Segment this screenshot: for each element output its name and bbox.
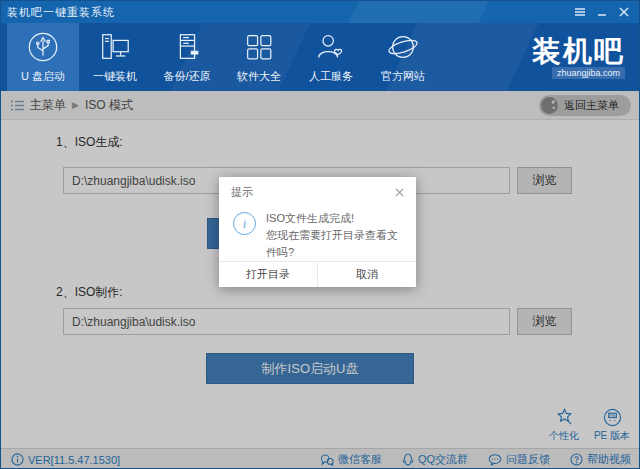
brand-logo: 装机吧 zhuangjiba.com	[532, 23, 640, 91]
nav-item-support[interactable]: 人工服务	[295, 23, 367, 91]
person-service-icon	[314, 30, 348, 64]
prompt-dialog: 提示 i ISO文件生成完成! 您现在需要打开目录查看文件吗? 打开目录 取消	[219, 177, 416, 287]
dialog-footer: 打开目录 取消	[219, 261, 416, 287]
cancel-button[interactable]: 取消	[318, 262, 416, 287]
dialog-header: 提示	[219, 177, 416, 202]
app-window: 装机吧一键重装系统 U 盘启动	[0, 0, 640, 469]
minimize-icon[interactable]	[591, 3, 613, 21]
main-nav: U 盘启动 一键装机 备份/还原	[1, 23, 640, 91]
brand-logo-domain: zhuangjiba.com	[552, 67, 625, 79]
dialog-message-line2: 您现在需要打开目录查看文件吗?	[266, 229, 398, 258]
backup-restore-icon	[170, 30, 204, 64]
apps-grid-icon	[242, 30, 276, 64]
computer-icon	[98, 30, 132, 64]
close-icon[interactable]	[613, 3, 635, 21]
open-directory-button[interactable]: 打开目录	[219, 262, 318, 287]
nav-item-website[interactable]: 官方网站	[367, 23, 439, 91]
nav-item-software[interactable]: 软件大全	[223, 23, 295, 91]
nav-item-usb-boot[interactable]: U 盘启动	[7, 23, 79, 91]
usb-icon	[26, 30, 60, 64]
window-title: 装机吧一键重装系统	[7, 5, 569, 20]
nav-item-label: 人工服务	[309, 69, 353, 84]
menu-icon[interactable]	[569, 3, 591, 21]
nav-item-label: 一键装机	[93, 69, 137, 84]
nav-item-label: 软件大全	[237, 69, 281, 84]
nav-item-label: 官方网站	[381, 69, 425, 84]
nav-item-label: U 盘启动	[21, 69, 65, 84]
dialog-title: 提示	[231, 185, 395, 200]
globe-icon	[386, 30, 420, 64]
nav-item-backup-restore[interactable]: 备份/还原	[151, 23, 223, 91]
dialog-message-line1: ISO文件生成完成!	[266, 212, 354, 224]
dialog-close-icon[interactable]	[395, 188, 404, 197]
info-circle-icon: i	[233, 212, 256, 235]
nav-item-one-key-install[interactable]: 一键装机	[79, 23, 151, 91]
dialog-message: ISO文件生成完成! 您现在需要打开目录查看文件吗?	[266, 210, 406, 261]
dialog-body: i ISO文件生成完成! 您现在需要打开目录查看文件吗?	[219, 202, 416, 261]
brand-logo-text: 装机吧	[532, 36, 625, 66]
titlebar: 装机吧一键重装系统	[1, 1, 640, 23]
nav-item-label: 备份/还原	[163, 69, 210, 84]
